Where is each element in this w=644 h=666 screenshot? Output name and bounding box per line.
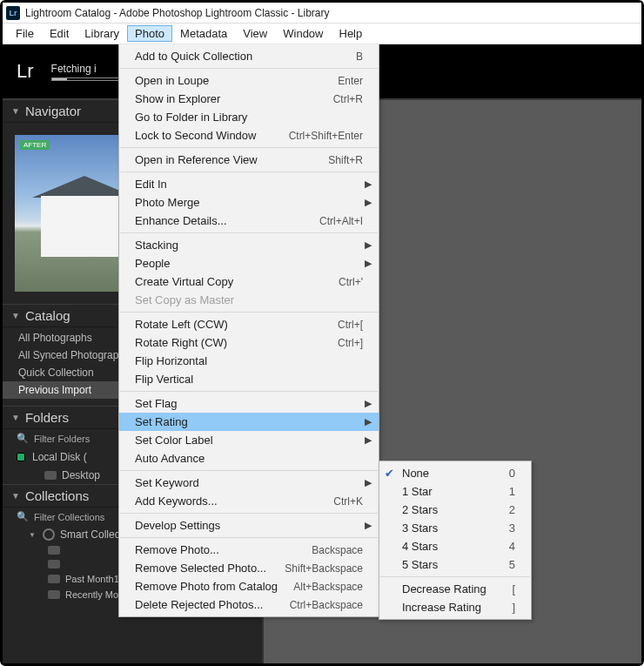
menu-item-label: Set Color Label [135,434,363,447]
rating-option[interactable]: 1 Star1 [379,482,531,501]
folders-title: Folders [25,410,69,425]
menu-item[interactable]: Edit In▶ [119,175,379,193]
menu-item[interactable]: Open in LoupeEnter [119,71,379,90]
rating-option[interactable]: 4 Stars4 [379,537,531,555]
rating-option[interactable]: ✔None0 [379,464,531,482]
menu-item[interactable]: Show in ExplorerCtrl+R [119,90,379,108]
menu-item-shortcut: Ctrl+Backspace [290,599,363,611]
menu-item[interactable]: Auto Advance [119,449,379,468]
folder-label: Desktop [62,469,100,481]
rating-label: 1 Star [402,485,433,498]
menu-item-shortcut: Ctrl+] [338,337,363,349]
menu-item[interactable]: Enhance Details...Ctrl+Alt+I [119,212,379,230]
submenu-arrow-icon: ▶ [365,178,372,190]
menu-item[interactable]: Set Flag▶ [119,394,379,413]
menu-item[interactable]: Rotate Left (CCW)Ctrl+[ [119,315,379,333]
menu-item-label: Develop Settings [135,519,363,532]
rating-option[interactable]: 5 Stars5 [379,555,531,574]
menu-item[interactable]: Add Keywords...Ctrl+K [119,492,379,510]
menu-item[interactable]: Add to Quick CollectionB [119,47,379,65]
rating-label: 5 Stars [402,558,438,571]
menu-item-label: Flip Vertical [135,373,363,386]
menu-item-shortcut: Ctrl+Alt+I [319,215,363,227]
smart-collection-icon [48,560,60,568]
menu-item-label: Set Flag [135,397,363,410]
menu-item-label: Remove Photo... [135,543,299,556]
app-window: Lr Lightroom Catalog - Adobe Photoshop L… [0,0,644,666]
menubar-item-photo[interactable]: Photo [127,25,172,42]
menu-item-label: Flip Horizontal [135,354,363,367]
filter-collections-placeholder: Filter Collections [34,512,104,522]
disclosure-down-icon: ▼ [11,311,20,320]
menu-item[interactable]: Lock to Second WindowCtrl+Shift+Enter [119,126,379,145]
menu-item-label: Set Rating [135,415,363,428]
submenu-arrow-icon: ▶ [365,239,372,251]
menu-item[interactable]: Flip Horizontal [119,352,379,370]
menubar-item-edit[interactable]: Edit [42,25,77,42]
menu-item-label: Auto Advance [135,452,363,465]
rating-action-label: Decrease Rating [402,582,486,595]
menu-item-shortcut: Ctrl+R [333,93,363,105]
rating-action[interactable]: Decrease Rating[ [379,580,531,598]
disclosure-down-icon: ▼ [11,106,20,116]
set-rating-submenu: ✔None01 Star12 Stars23 Stars34 Stars45 S… [379,461,532,620]
menu-item[interactable]: Remove Photo...Backspace [119,541,379,559]
menu-item-label: Create Virtual Copy [135,275,326,288]
menu-item-shortcut: Ctrl+' [339,276,363,288]
menubar-item-window[interactable]: Window [275,25,331,42]
rating-option[interactable]: 2 Stars2 [379,501,531,519]
menubar-item-help[interactable]: Help [332,25,371,42]
check-icon: ✔ [385,467,394,480]
menu-item[interactable]: People▶ [119,254,379,272]
smart-collection-icon [43,528,55,541]
catalog-title: Catalog [25,308,70,323]
menu-item-shortcut: Alt+Backspace [293,581,363,593]
menu-item[interactable]: Remove Photo from CatalogAlt+Backspace [119,577,379,595]
submenu-arrow-icon: ▶ [365,197,372,208]
menu-separator [380,576,530,577]
rating-action[interactable]: Increase Rating] [379,598,531,616]
menu-item[interactable]: Flip Vertical [119,370,379,388]
app-icon: Lr [6,6,20,20]
menu-item[interactable]: Create Virtual CopyCtrl+' [119,272,379,291]
collections-title: Collections [25,488,89,503]
menu-item[interactable]: Set Rating▶ [119,413,379,431]
menu-item-shortcut: Ctrl+K [333,495,363,508]
menu-item[interactable]: Develop Settings▶ [119,516,379,535]
menu-item[interactable]: Delete Rejected Photos...Ctrl+Backspace [119,595,379,614]
rating-option[interactable]: 3 Stars3 [379,519,531,537]
menu-item-label: Remove Photo from Catalog [135,580,281,593]
menu-item-shortcut: Shift+Backspace [285,562,363,575]
smart-collection-icon [48,575,60,583]
menubar-item-library[interactable]: Library [77,25,127,42]
menu-item-label: Go to Folder in Library [135,111,363,124]
rating-shortcut: 0 [509,467,520,480]
menu-item-shortcut: Enter [338,75,363,87]
menu-item-label: Add to Quick Collection [135,50,344,63]
menu-item[interactable]: Open in Reference ViewShift+R [119,151,379,169]
submenu-arrow-icon: ▶ [365,520,372,531]
menu-item[interactable]: Remove Selected Photo...Shift+Backspace [119,559,379,577]
menu-item[interactable]: Set Color Label▶ [119,431,379,449]
menu-separator [120,391,378,392]
rating-shortcut: 1 [509,485,520,498]
menu-item[interactable]: Photo Merge▶ [119,193,379,212]
menubar-item-file[interactable]: File [8,25,42,42]
menu-separator [120,147,378,148]
rating-shortcut: 5 [509,558,520,571]
menu-item[interactable]: Rotate Right (CW)Ctrl+] [119,333,379,352]
menu-item-shortcut: Ctrl+[ [338,319,363,331]
menu-item[interactable]: Set Keyword▶ [119,474,379,492]
menu-item-label: Delete Rejected Photos... [135,598,278,611]
window-title: Lightroom Catalog - Adobe Photoshop Ligh… [25,7,330,19]
submenu-arrow-icon: ▶ [365,258,372,269]
menu-item-label: Set Keyword [135,476,363,489]
menubar-item-view[interactable]: View [235,25,275,42]
menu-item-label: Photo Merge [135,196,363,209]
menu-item[interactable]: Stacking▶ [119,236,379,254]
menubar-item-metadata[interactable]: Metadata [172,25,235,42]
menu-item[interactable]: Go to Folder in Library [119,108,379,126]
menu-item: Set Copy as Master [119,291,379,309]
menu-item-label: Stacking [135,239,363,252]
submenu-arrow-icon: ▶ [365,398,372,409]
